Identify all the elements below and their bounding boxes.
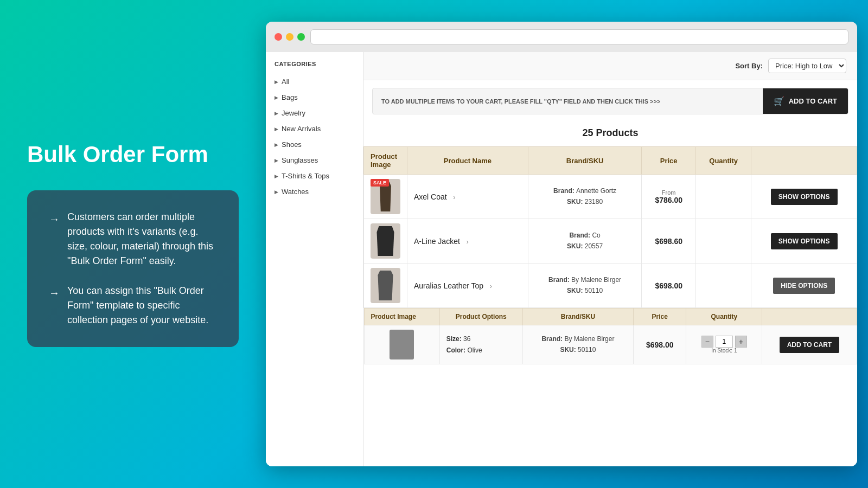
price-value: $786.00 — [648, 196, 689, 204]
opt-col-price: Price — [634, 309, 686, 325]
chevron-right-icon: ▶ — [275, 158, 278, 163]
chevron-right-icon: ▶ — [275, 79, 278, 85]
sidebar-item-label: New Arrivals — [282, 125, 321, 133]
chevron-right-icon: ▶ — [275, 174, 278, 179]
add-to-cart-row-button[interactable]: ADD TO CART — [780, 337, 839, 353]
product-name: Axel Coat — [414, 192, 447, 201]
info-text-1: Customers can order multiple products wi… — [67, 210, 217, 268]
quantity-cell — [695, 219, 751, 264]
products-table: Product Image Product Name Brand/SKU Pri… — [363, 146, 857, 364]
sku-label: SKU: — [567, 287, 585, 294]
table-row: SALE Axel Coat › Brand: Annette Gortz SK… — [364, 175, 857, 219]
opt-price-cell: $698.00 — [634, 325, 686, 364]
browser-chrome — [266, 22, 857, 52]
col-header-action — [751, 147, 857, 175]
sort-select[interactable]: Price: High to LowPrice: Low to HighNewe… — [768, 59, 846, 73]
qty-increase-button[interactable]: + — [735, 336, 747, 348]
price-cell: $698.60 — [642, 219, 696, 264]
col-header-quantity: Quantity — [695, 147, 751, 175]
sku-label: SKU: — [567, 198, 585, 206]
sidebar-item-watches[interactable]: ▶ Watches — [266, 184, 363, 200]
hide-options-button[interactable]: HIDE OPTIONS — [773, 278, 835, 294]
chevron-right-icon: ▶ — [275, 95, 278, 100]
sku-value: 50110 — [585, 287, 603, 294]
sidebar-item-label: Jewelry — [282, 109, 305, 117]
sidebar-item-label: T-Shirts & Tops — [282, 172, 329, 180]
add-to-cart-main-button[interactable]: 🛒 ADD TO CART — [763, 88, 848, 114]
options-table: Product Image Product Options Brand/SKU … — [364, 308, 857, 364]
brand-sku-info: Brand: Annette Gortz SKU: 23180 — [535, 186, 635, 207]
from-label: From — [648, 189, 689, 196]
quantity-control: − + — [693, 336, 755, 348]
sku-label: SKU: — [560, 346, 578, 354]
sidebar-item-shoes[interactable]: ▶ Shoes — [266, 137, 363, 152]
cart-icon: 🛒 — [774, 96, 784, 106]
price-cell: $698.00 — [642, 264, 696, 308]
add-to-cart-bar: TO ADD MULTIPLE ITEMS TO YOUR CART, PLEA… — [372, 88, 848, 114]
add-to-cart-instructions: TO ADD MULTIPLE ITEMS TO YOUR CART, PLEA… — [373, 92, 763, 111]
brand-sku-info: Brand: Co SKU: 20557 — [535, 230, 635, 251]
sidebar-item-bags[interactable]: ▶ Bags — [266, 89, 363, 105]
minimize-button[interactable] — [286, 33, 293, 41]
app-content: CATEGORIES ▶ All ▶ Bags ▶ Jewelry ▶ New … — [266, 52, 857, 466]
sku-value: 23180 — [585, 198, 603, 206]
options-table-row: Size: 36 Color: Olive Brand: By Malene B… — [364, 325, 857, 364]
opt-col-quantity: Quantity — [686, 309, 762, 325]
size-color-info: Size: 36 Color: Olive — [446, 333, 516, 356]
product-name: Auralias Leather Top — [414, 281, 483, 290]
chevron-right-icon: ▶ — [275, 126, 278, 132]
expand-icon[interactable]: › — [453, 193, 455, 201]
expand-icon[interactable]: › — [466, 237, 468, 246]
sort-bar: Sort By: Price: High to LowPrice: Low to… — [363, 52, 857, 80]
sku-label: SKU: — [567, 242, 585, 250]
sidebar: CATEGORIES ▶ All ▶ Bags ▶ Jewelry ▶ New … — [266, 52, 363, 466]
maximize-button[interactable] — [297, 33, 305, 41]
brand-sku-cell: Brand: By Malene Birger SKU: 50110 — [528, 264, 642, 308]
close-button[interactable] — [275, 33, 282, 41]
brand-sku-cell: Brand: Annette Gortz SKU: 23180 — [528, 175, 642, 219]
products-heading: 25 Products — [363, 122, 857, 146]
in-stock-label: In Stock: 1 — [693, 348, 755, 354]
price-cell: From $786.00 — [642, 175, 696, 219]
qty-decrease-button[interactable]: − — [701, 336, 713, 348]
sidebar-title: CATEGORIES — [266, 61, 363, 74]
sidebar-item-tshirts[interactable]: ▶ T-Shirts & Tops — [266, 168, 363, 184]
show-options-button[interactable]: SHOW OPTIONS — [771, 233, 838, 249]
chevron-right-icon: ▶ — [275, 189, 278, 195]
qty-input[interactable] — [716, 336, 733, 348]
arrow-icon-1: → — [49, 211, 60, 227]
opt-col-action — [762, 309, 857, 325]
action-cell: HIDE OPTIONS — [751, 264, 857, 308]
col-header-image: Product Image — [364, 147, 407, 175]
opt-image-cell — [364, 325, 439, 364]
product-image — [371, 223, 400, 259]
opt-col-brand-sku: Brand/SKU — [522, 309, 633, 325]
chevron-right-icon: ▶ — [275, 111, 278, 116]
quantity-cell — [695, 264, 751, 308]
quantity-cell — [695, 175, 751, 219]
brand-value: By Malene Birger — [564, 335, 614, 343]
info-box: → Customers can order multiple products … — [27, 190, 239, 347]
product-image — [371, 268, 400, 303]
opt-price-value: $698.00 — [646, 341, 674, 349]
opt-options-cell: Size: 36 Color: Olive — [439, 325, 522, 364]
info-text-2: You can assign this "Bulk Order Form" te… — [67, 284, 217, 328]
brand-label: Brand: — [541, 335, 564, 343]
url-bar[interactable] — [310, 29, 848, 44]
left-panel: Bulk Order Form → Customers can order mu… — [0, 119, 266, 368]
sidebar-item-new-arrivals[interactable]: ▶ New Arrivals — [266, 121, 363, 137]
product-name-cell: Auralias Leather Top › — [407, 264, 528, 308]
action-cell: SHOW OPTIONS — [751, 175, 857, 219]
brand-sku-info: Brand: By Malene Birger SKU: 50110 — [535, 275, 635, 296]
sidebar-item-jewelry[interactable]: ▶ Jewelry — [266, 105, 363, 121]
sidebar-item-all[interactable]: ▶ All — [266, 74, 363, 89]
sidebar-item-sunglasses[interactable]: ▶ Sunglasses — [266, 152, 363, 168]
sort-label: Sort By: — [735, 62, 763, 70]
chevron-right-icon: ▶ — [275, 142, 278, 147]
jacket-silhouette-icon — [375, 226, 397, 256]
opt-action-cell: ADD TO CART — [762, 325, 857, 364]
product-image-cell: SALE — [364, 175, 407, 219]
show-options-button[interactable]: SHOW OPTIONS — [771, 189, 838, 205]
sale-badge: SALE — [371, 179, 389, 187]
expand-icon[interactable]: › — [490, 282, 492, 290]
